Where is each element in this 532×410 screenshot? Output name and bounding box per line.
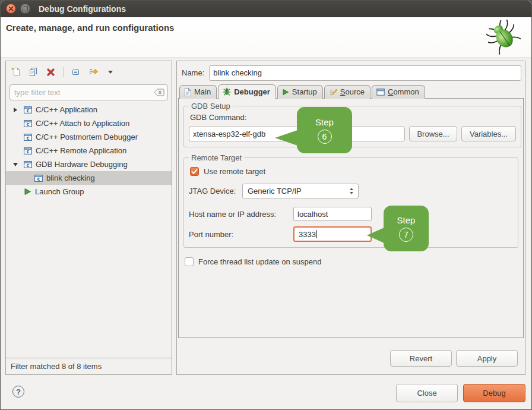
jtag-device-select[interactable]: Generic TCP/IP <box>242 184 359 198</box>
filter-icon[interactable] <box>88 67 99 77</box>
callout-tail-icon <box>275 130 297 146</box>
remote-target-group: Remote Target Use remote target JTAG Dev… <box>183 153 518 248</box>
configurations-panel: c C/C++ Application c C/C++ Attach to Ap… <box>5 61 172 375</box>
callout-tail-icon <box>367 228 384 243</box>
c-launch-icon: c <box>24 120 32 127</box>
port-label: Port number: <box>189 230 293 239</box>
dialog-header: Create, manage, and run configurations <box>1 17 531 58</box>
force-thread-label: Force thread list update on suspend <box>198 257 321 266</box>
spinner-icon <box>350 188 353 194</box>
host-label: Host name or IP address: <box>189 210 293 219</box>
force-thread-checkbox[interactable] <box>185 257 194 266</box>
check-icon <box>191 169 198 175</box>
port-input[interactable]: 3333 <box>293 226 372 242</box>
svg-text:c: c <box>26 121 29 127</box>
step-7-number: 7 <box>399 228 413 242</box>
name-input[interactable] <box>209 65 521 81</box>
debug-configurations-window: Debug Configurations Create, manage, and… <box>0 0 532 410</box>
c-launch-icon: c <box>24 134 32 141</box>
svg-text:c: c <box>26 135 29 141</box>
c-launch-icon: c <box>24 147 32 154</box>
gdb-command-label: GDB Command: <box>190 113 516 122</box>
apply-button[interactable]: Apply <box>456 350 518 367</box>
tree-item-label: Launch Group <box>35 187 84 196</box>
tab-startup[interactable]: Startup <box>277 85 323 99</box>
tree-item-blink-checking[interactable]: c blink checking <box>6 171 172 185</box>
tree-item-cpp-remote[interactable]: c C/C++ Remote Application <box>6 144 172 157</box>
delete-icon[interactable] <box>45 67 56 77</box>
revert-apply-row: Revert Apply <box>390 350 518 367</box>
collapse-all-icon[interactable] <box>71 67 81 77</box>
close-button[interactable]: Close <box>396 384 458 402</box>
tab-source[interactable]: Source <box>324 85 370 99</box>
tab-bar: Main Debugger Startup Source Common <box>179 84 522 99</box>
gdb-setup-legend: GDB Setup <box>189 102 233 111</box>
svg-text:c: c <box>26 108 29 113</box>
tab-debugger[interactable]: Debugger <box>218 84 276 99</box>
name-label: Name: <box>182 68 204 77</box>
tree-item-launch-group[interactable]: Launch Group <box>6 185 172 198</box>
titlebar: Debug Configurations <box>1 1 531 17</box>
svg-text:c: c <box>26 149 29 154</box>
tab-main[interactable]: Main <box>179 85 217 99</box>
tree-item-cpp-application[interactable]: c C/C++ Application <box>6 103 172 116</box>
host-input[interactable] <box>293 207 372 221</box>
step-6-callout: Step 6 <box>297 107 352 153</box>
use-remote-target-label: Use remote target <box>204 167 265 176</box>
configurations-toolbar <box>6 61 172 83</box>
remote-target-legend: Remote Target <box>189 153 244 162</box>
revert-button[interactable]: Revert <box>390 350 452 367</box>
step-6-number: 6 <box>318 130 332 144</box>
step-7-callout: Step 7 <box>384 206 429 251</box>
jtag-device-value: Generic TCP/IP <box>248 187 302 195</box>
window-button[interactable] <box>20 4 30 14</box>
text-caret <box>316 230 317 238</box>
new-config-icon[interactable] <box>11 67 21 77</box>
bug-icon <box>486 19 521 55</box>
tree-item-cpp-attach[interactable]: c C/C++ Attach to Application <box>6 116 172 130</box>
page-icon <box>184 88 191 96</box>
launch-group-icon <box>24 188 31 195</box>
tree-item-gdb-hardware-debugging[interactable]: c GDB Hardware Debugging <box>6 157 172 171</box>
tree-item-label: C/C++ Postmortem Debugger <box>36 133 138 141</box>
config-tree: c C/C++ Application c C/C++ Attach to Ap… <box>6 103 172 198</box>
use-remote-target-checkbox[interactable] <box>190 167 199 176</box>
c-launch-icon: c <box>24 161 32 168</box>
dialog-header-text: Create, manage, and run configurations <box>6 23 174 33</box>
c-launch-icon: c <box>24 106 32 113</box>
tree-item-label: GDB Hardware Debugging <box>36 160 128 169</box>
expander-expanded-icon[interactable] <box>11 163 20 166</box>
variables-button[interactable]: Variables... <box>461 126 516 141</box>
window-title: Debug Configurations <box>39 1 126 17</box>
window-icon <box>376 89 385 96</box>
browse-button[interactable]: Browse... <box>409 126 457 141</box>
toolbar-separator <box>63 67 64 77</box>
svg-text:c: c <box>26 162 29 168</box>
menu-dropdown-icon[interactable] <box>105 67 116 77</box>
tab-common[interactable]: Common <box>372 85 425 99</box>
filter-box <box>10 84 168 100</box>
tree-item-label: blink checking <box>46 174 95 182</box>
port-value: 3333 <box>299 230 316 239</box>
c-launch-icon: c <box>34 175 43 182</box>
jtag-device-label: JTAG Device: <box>189 187 242 195</box>
step-6-label: Step <box>315 117 334 127</box>
tree-item-label: C/C++ Application <box>36 105 97 114</box>
window-close-button[interactable] <box>6 4 16 14</box>
tree-item-label: C/C++ Remote Application <box>36 146 126 155</box>
expander-collapsed-icon[interactable] <box>11 108 20 112</box>
gdb-setup-group: GDB Setup GDB Command: Browse... Variabl… <box>183 102 521 147</box>
tree-item-cpp-postmortem[interactable]: c C/C++ Postmortem Debugger <box>6 130 172 144</box>
play-icon <box>282 89 289 96</box>
source-icon <box>329 88 337 96</box>
svg-text:c: c <box>37 176 40 182</box>
bug-icon <box>223 87 231 96</box>
close-icon <box>8 6 14 11</box>
duplicate-icon[interactable] <box>28 67 39 77</box>
clear-filter-icon[interactable] <box>154 89 164 96</box>
filter-input[interactable] <box>10 84 168 100</box>
config-detail-panel: Name: Main Debugger Startup Source <box>176 61 525 375</box>
name-row: Name: <box>182 65 521 81</box>
debug-button[interactable]: Debug <box>463 384 525 402</box>
help-button[interactable]: ? <box>12 386 24 398</box>
